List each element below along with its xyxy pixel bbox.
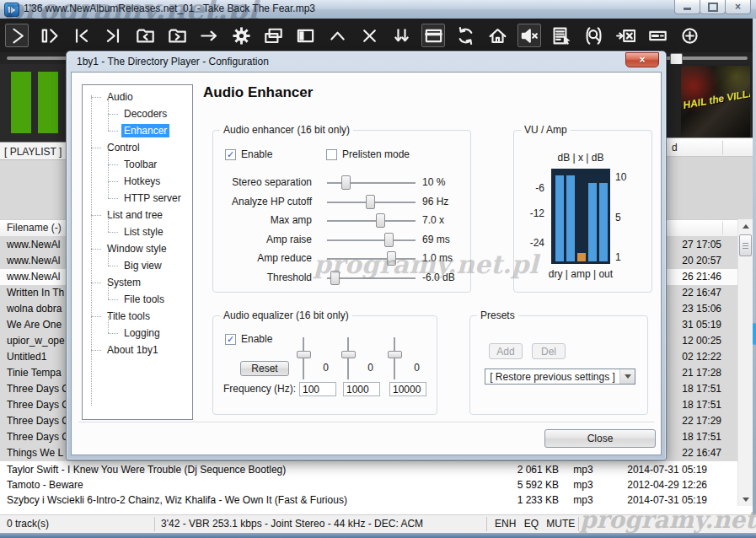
slider-thumb[interactable] — [330, 271, 340, 285]
add-button[interactable]: Add — [489, 343, 523, 359]
eq-slider-track[interactable] — [347, 337, 349, 379]
file-size: 1 233 KB — [491, 492, 559, 508]
eq-slider-thumb[interactable] — [297, 351, 311, 358]
scrollbar[interactable] — [737, 219, 753, 506]
playlist-edit-button[interactable] — [550, 24, 573, 47]
tree-item-logging[interactable]: Logging — [83, 325, 192, 342]
list-item[interactable]: Szybcy i Wsciekli 6-Intro-2 Chainz, Wiz … — [0, 492, 737, 508]
search-button[interactable] — [582, 24, 605, 47]
slider-track[interactable] — [327, 239, 416, 242]
next-button[interactable] — [101, 24, 125, 47]
refresh-button[interactable] — [453, 24, 477, 47]
goto-close-button[interactable] — [614, 24, 637, 47]
eq-slider-track[interactable] — [394, 337, 395, 379]
file-type: mp3 — [559, 477, 608, 492]
scroll-down-button[interactable] — [739, 492, 752, 506]
tree-item-toolbar[interactable]: Toolbar — [83, 156, 192, 173]
frequency-input[interactable] — [343, 382, 380, 396]
side-pane-button[interactable] — [293, 24, 317, 47]
slider-thumb[interactable] — [376, 213, 385, 228]
prelisten-checkbox[interactable] — [326, 149, 337, 160]
slider-track[interactable] — [327, 220, 416, 223]
filename-column-header[interactable]: Filename (-) — [7, 220, 62, 236]
tree-item-list-and-tree[interactable]: List and tree — [83, 207, 192, 223]
collapse-button[interactable] — [325, 24, 349, 47]
tree-item-hotkeys[interactable]: Hotkeys — [83, 173, 192, 190]
tree-item-title-tools[interactable]: Title tools — [83, 308, 192, 325]
forward-button[interactable] — [197, 24, 221, 47]
dialog-titlebar[interactable]: 1by1 - The Directory Player - Configurat… — [67, 51, 666, 72]
del-button[interactable]: Del — [532, 343, 566, 359]
enhancer-enable-checkbox[interactable]: ✓ — [225, 149, 236, 160]
maximize-button[interactable] — [700, 0, 726, 14]
minimize-button[interactable] — [674, 0, 700, 14]
play-pause-button[interactable] — [37, 24, 61, 47]
list-item[interactable]: Taylor Swift - I Knew You Were Trouble (… — [0, 462, 737, 477]
tree-item-label: Big view — [121, 259, 164, 272]
tree-item-file-tools[interactable]: File tools — [83, 291, 192, 308]
tree-item-audio[interactable]: Audio — [83, 89, 192, 105]
reset-button[interactable]: Reset — [240, 361, 289, 376]
slider-thumb[interactable] — [366, 195, 375, 209]
title-display-button[interactable] — [646, 24, 669, 47]
dropdown-button[interactable] — [619, 369, 635, 384]
equalizer-enable-checkbox[interactable]: ✓ — [225, 334, 236, 345]
timer-button[interactable] — [678, 24, 701, 47]
previous-button[interactable] — [69, 24, 93, 47]
statusbar: 0 track(s) 3'42 - VBR 253.1 kbps - Joint… — [0, 514, 756, 533]
file-date: 31 05:19 — [664, 317, 721, 333]
goto-close-icon — [616, 26, 635, 46]
close-icon: × — [639, 54, 645, 66]
new-window-button[interactable] — [261, 24, 285, 47]
frequency-input[interactable] — [299, 382, 336, 396]
slider-thumb[interactable] — [384, 233, 394, 247]
tree-item-window-style[interactable]: Window style — [83, 240, 192, 257]
eq-slider-thumb[interactable] — [388, 351, 402, 358]
maximize-icon — [708, 3, 718, 12]
horizontal-split-button[interactable] — [421, 24, 445, 47]
slider-row-stereo-separation: Stereo separation10 % — [213, 173, 470, 192]
eq-slider-track[interactable] — [303, 337, 304, 379]
file-date: 23 15:06 — [664, 301, 721, 317]
eq-gain-value: 0 — [360, 362, 373, 374]
seek-thumb[interactable] — [670, 53, 683, 65]
vu-group-title: VU / Amp — [521, 124, 571, 136]
list-item[interactable]: Tamoto - Beware5 592 KBmp32012-04-29 12:… — [0, 477, 737, 492]
app-window: programy.net.pl 1'36 www.NewAlbumRelease… — [0, 0, 756, 538]
scroll-up-button[interactable] — [739, 219, 752, 233]
slider-track[interactable] — [327, 182, 416, 185]
sort-descending-button[interactable] — [389, 24, 413, 47]
eq-slider-thumb[interactable] — [341, 351, 356, 358]
tree-item-enhancer[interactable]: Enhancer — [83, 122, 192, 139]
slider-track[interactable] — [327, 277, 416, 280]
play-button[interactable] — [5, 24, 29, 47]
browser-header[interactable]: d — [666, 137, 753, 157]
slider-thumb[interactable] — [387, 251, 396, 266]
tree-item-list-style[interactable]: List style — [83, 223, 192, 240]
dialog-close-button[interactable]: × — [625, 52, 659, 67]
home-button[interactable] — [485, 24, 509, 47]
slider-thumb[interactable] — [341, 175, 351, 190]
folder-back-button[interactable] — [133, 24, 157, 47]
tree-item-about-1by1[interactable]: About 1by1 — [83, 342, 192, 358]
tree-item-big-view[interactable]: Big view — [83, 257, 192, 274]
tree-item-system[interactable]: System — [83, 274, 192, 291]
file-date: 21 17:28 — [664, 365, 721, 381]
slider-track[interactable] — [327, 258, 416, 261]
mute-button[interactable] — [517, 24, 541, 47]
folder-forward-button[interactable] — [165, 24, 189, 47]
close-button[interactable] — [357, 24, 381, 47]
tree-item-label: HTTP server — [121, 191, 184, 205]
scroll-thumb[interactable] — [739, 234, 752, 256]
settings-button[interactable] — [229, 24, 253, 47]
close-button[interactable]: Close — [544, 429, 656, 448]
tree-item-control[interactable]: Control — [83, 139, 192, 156]
close-window-button[interactable]: × — [725, 0, 751, 14]
frequency-input[interactable] — [389, 382, 426, 396]
tree-item-http-server[interactable]: HTTP server — [83, 190, 192, 207]
tree-item-decoders[interactable]: Decoders — [83, 105, 192, 122]
presets-dropdown[interactable]: [ Restore previous settings ] — [485, 369, 635, 385]
frequency-label: Frequency (Hz): — [218, 383, 296, 395]
slider-value: 69 ms — [422, 230, 450, 249]
titlebar[interactable]: programy.net.pl 1'36 www.NewAlbumRelease… — [0, 0, 756, 19]
